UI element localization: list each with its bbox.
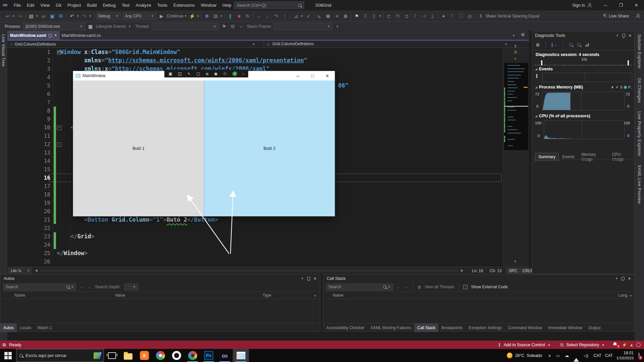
pause-events-icon[interactable]: ∥ [536,73,538,78]
tab-live-property-explorer[interactable]: Live Property Explorer [637,111,642,157]
quick-search-input[interactable]: Search (Ctrl+Q) [234,1,304,9]
accessibility-checker-icon[interactable]: ☉ [223,71,227,76]
continue-icon[interactable]: ▶ [157,12,166,20]
menu-tools[interactable]: Tools [154,0,170,10]
step-over-icon[interactable]: ↷ [272,12,281,20]
col-type[interactable]: Type [263,293,271,298]
tab-watch-1[interactable]: Watch 1 [34,323,55,332]
next-bookmark-icon[interactable]: ⊻ [370,12,378,20]
close-icon[interactable]: ✕ [628,277,631,281]
menu-project[interactable]: Project [64,0,84,10]
sync-status-icon[interactable] [636,343,641,347]
tab-solution-explorer[interactable]: Solution Explorer [637,34,642,69]
stop-debug-icon[interactable]: ■ [235,12,244,20]
menu-build[interactable]: Build [84,0,100,10]
zoom-out-icon[interactable] [577,43,581,47]
search-back-icon[interactable]: ← [396,285,401,290]
menu-edit[interactable]: Edit [24,0,37,10]
diag-tab-summary[interactable]: Summary [535,153,559,161]
xaml-debug-overlay-toolbar[interactable]: ▣ ◫ ↖ ▢ ⧈ ◉ ☉ ✓ ‹ [164,70,248,77]
minimize-button[interactable]: ─ [598,0,613,10]
notification-center-icon[interactable]: 2 [637,353,644,358]
notifications-bell-icon[interactable]: 2 [613,342,619,348]
menu-view[interactable]: View [37,0,53,10]
caret-up-icon[interactable]: ▲ [548,343,550,346]
vertical-spacing-icon[interactable]: ⊺ [448,12,457,20]
app-minimize-button[interactable]: ─ [290,71,305,80]
format-indent-icon[interactable]: ≡ [332,12,341,20]
battery-icon[interactable]: ▭ [554,353,562,358]
show-frame-rate-icon[interactable]: ◫ [178,71,181,76]
col-name[interactable]: Name [323,293,618,298]
tab-git-changes[interactable]: Git Changes [637,78,642,103]
threads-icon[interactable]: ⧉ [229,22,236,31]
pin-icon[interactable] [622,277,625,280]
fold-collapse-icon[interactable]: − [57,142,61,147]
align-bottom-icon[interactable]: ⊥ [428,12,437,20]
add-to-source-control-button[interactable]: Add to Source Control [504,343,545,347]
caret-down-icon[interactable]: ▼ [36,14,39,18]
diagnostic-tools-titlebar[interactable]: Diagnostic Tools ▼ ✕ [532,31,634,40]
tray-chevron-up-icon[interactable]: ∧ [545,353,554,358]
close-button[interactable]: ✕ [629,0,644,10]
memory-section-header[interactable]: ◢Process Memory (MB) ▼ ▼ S P.. [535,85,632,89]
align-left-icon[interactable]: ⊏ [384,12,393,20]
save-icon[interactable]: ▣ [48,12,57,20]
expand-icon[interactable]: ⛶ [457,12,465,20]
navigate-forward-icon[interactable]: ↪ [16,12,24,20]
volume-icon[interactable]: ◁) [581,353,590,358]
search-back-icon[interactable]: ← [79,285,84,290]
wifi-icon[interactable] [571,353,581,358]
zoom-in-icon[interactable] [569,43,573,47]
app-button-1[interactable]: Butó 1 [73,80,204,216]
caret-down-icon[interactable]: ▼ [184,14,187,18]
autos-grid-body[interactable] [0,299,320,323]
language-indicator[interactable]: CAT [604,353,613,358]
tab-command-window[interactable]: Command Window [505,323,545,332]
caret-down-icon[interactable]: ▼ [378,14,381,18]
tab-mainwindow-xaml[interactable]: MainWindow.xaml ✕ [7,31,60,40]
panel-menu-icon[interactable]: ▼ [616,34,619,37]
redo-icon[interactable]: ↷ [80,12,89,20]
task-view-button[interactable] [104,349,120,362]
taskbar-photoshop-icon[interactable]: Ps [201,349,217,362]
caret-down-icon[interactable]: ▼ [301,14,304,18]
align-middle-icon[interactable]: ⊣ [419,12,428,20]
tab-xaml-binding-failures[interactable]: XAML Binding Failures [367,323,414,332]
scroll-up-icon[interactable]: ▲ [627,294,634,297]
toolbar-overflow-icon[interactable]: ▼ [336,25,339,28]
events-section-header[interactable]: ◢Events [535,67,553,71]
breadcrumb-left-caret-icon[interactable]: ▼ [252,43,255,46]
hot-reload-icon[interactable]: ⚡ [188,12,197,20]
caret-down-icon[interactable]: ▼ [197,14,200,18]
pin-icon[interactable] [307,277,310,280]
live-share-button[interactable]: Live Share [609,14,629,18]
editor-minimap-column[interactable]: ⇕ ⚠ ▲ ▼ [503,48,529,267]
restore-button[interactable]: ❐ [613,0,629,10]
close-icon[interactable]: ✕ [629,34,632,38]
reset-view-icon[interactable] [585,43,589,47]
tab-mainwindow-xaml-cs[interactable]: MainWindow.xaml.cs [58,31,104,40]
diag-tab-events[interactable]: Events [559,153,578,161]
caret-down-icon[interactable]: ▼ [12,14,15,18]
breadcrumb-right[interactable]: Grid.ColumnDefinitions [272,42,314,46]
call-stack-body[interactable] [323,299,634,323]
taskbar-running-app-icon[interactable] [233,349,249,362]
select-repository-button[interactable]: Select Repository [566,343,599,347]
element-grid-icon[interactable]: ⊞ [324,12,332,20]
new-file-icon[interactable]: ▤ [27,12,36,20]
editor-gear-icon[interactable]: ⚙ [521,32,525,37]
track-focused-element-icon[interactable]: ⧈ [206,71,209,76]
step-into-icon[interactable]: ↓ [263,12,272,20]
app-window-mainwindow[interactable]: MainWindow ─ □ ✕ Butó 1 Butó 2 [73,71,335,217]
taskbar-visual-studio-icon[interactable]: ∞ [217,349,233,362]
sign-in-button[interactable]: Sign in [572,0,592,10]
format-all-icon[interactable]: ≣ [341,12,350,20]
taskbar-opera-icon[interactable] [168,349,184,362]
zoom-dropdown[interactable]: 146 %▼ [8,268,32,274]
hot-reload-available-icon[interactable]: ✓ [232,71,237,76]
scroll-up-icon[interactable]: ▲ [314,294,317,297]
close-tab-icon[interactable]: ✕ [54,33,57,38]
cpu-section-header[interactable]: ◢CPU (% of all processors) [535,114,590,118]
spaces-indicator[interactable]: SPC [506,268,520,274]
